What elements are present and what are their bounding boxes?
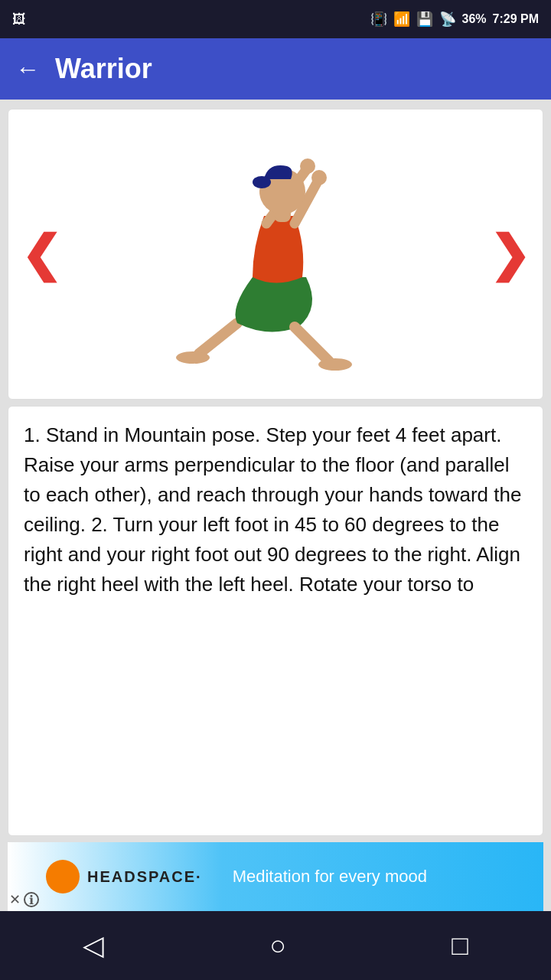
- back-button[interactable]: ←: [15, 57, 40, 81]
- carousel-next-button[interactable]: ❯: [489, 226, 530, 283]
- ad-close-controls: ✕ ℹ: [9, 891, 39, 908]
- svg-line-0: [199, 323, 237, 354]
- sd-icon: 💾: [416, 11, 433, 28]
- navigation-bar: ◁ ○ □: [0, 911, 551, 980]
- signal-icon: 📡: [439, 11, 456, 28]
- svg-point-5: [300, 158, 315, 174]
- nav-home-button[interactable]: ○: [269, 929, 286, 962]
- svg-point-7: [311, 170, 327, 185]
- svg-point-10: [253, 176, 271, 188]
- svg-point-1: [176, 351, 210, 364]
- ad-banner: ✕ ℹ HEADSPACE· Meditation for every mood: [8, 842, 543, 911]
- battery-text: 36%: [462, 12, 487, 26]
- headspace-logo-circle: [46, 860, 80, 893]
- page-title: Warrior: [55, 53, 152, 85]
- time-text: 7:29 PM: [493, 12, 539, 26]
- ad-tagline-text: Meditation for every mood: [233, 867, 427, 887]
- gallery-icon: 🖼: [12, 11, 26, 28]
- app-bar: ← Warrior: [0, 38, 551, 100]
- carousel-prev-button[interactable]: ❮: [21, 226, 62, 283]
- ad-info-button[interactable]: ℹ: [24, 892, 39, 907]
- ad-close-button[interactable]: ✕: [9, 891, 21, 908]
- image-carousel: ❮ ❯: [8, 109, 543, 400]
- svg-line-2: [295, 327, 329, 361]
- wifi-icon: 📶: [393, 11, 410, 28]
- ad-logo: HEADSPACE·: [46, 860, 202, 893]
- svg-point-3: [318, 358, 352, 371]
- status-bar: 🖼 📳 📶 💾 📡 36% 7:29 PM: [0, 0, 551, 38]
- nav-recents-button[interactable]: □: [452, 929, 468, 962]
- vibrate-icon: 📳: [370, 11, 387, 28]
- headspace-brand-text: HEADSPACE·: [87, 868, 202, 886]
- instructions-text: 1. Stand in Mountain pose. Step your fee…: [24, 420, 527, 599]
- nav-back-button[interactable]: ◁: [83, 929, 104, 962]
- instructions-panel: 1. Stand in Mountain pose. Step your fee…: [8, 406, 543, 836]
- warrior-pose-image: [153, 124, 398, 384]
